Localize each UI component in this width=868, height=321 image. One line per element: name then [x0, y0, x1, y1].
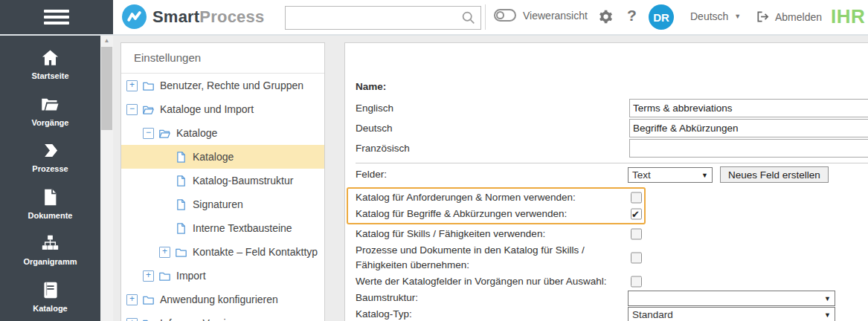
settings-tree: Benutzer, Rechte und Gruppen Kataloge un… — [121, 74, 324, 321]
search-input[interactable] — [286, 9, 461, 27]
help-button[interactable]: ? — [627, 7, 637, 25]
tree-expander-icon[interactable] — [143, 128, 154, 139]
tree-item-label: Interne Textbausteine — [193, 222, 292, 234]
menu-toggle-button[interactable] — [0, 0, 113, 34]
tree-item-label: Kataloge — [193, 151, 234, 163]
logout-button[interactable]: Abmelden — [756, 10, 822, 24]
option-row: Prozesse und Dokumente in den Katalog fü… — [356, 242, 868, 273]
felder-row: Felder: Text ▼ Neues Feld erstellen — [356, 167, 868, 185]
tree-item[interactable]: Katalog-Baumstruktur — [121, 169, 324, 192]
sidebar-item-label: Dokumente — [28, 211, 73, 220]
option-rows: Katalog für Skills / Fähigkeiten verwend… — [356, 226, 868, 290]
scrollbar-thumb[interactable] — [101, 47, 112, 130]
name-field-input[interactable] — [629, 119, 868, 137]
partner-logo-text: IHR — [831, 5, 865, 28]
sidebar-item-label: Vorgänge — [32, 118, 69, 127]
section-divider — [356, 163, 868, 163]
sidebar-item[interactable]: Vorgänge — [0, 88, 100, 134]
katalog-typ-value: Standard — [632, 309, 673, 320]
tree-item[interactable]: Anwendung konfigurieren — [121, 288, 324, 311]
sidebar-item-label: Startseite — [31, 71, 68, 80]
sidebar-item-icon — [40, 233, 60, 253]
tree-item[interactable]: Interne Textbausteine — [121, 216, 324, 240]
select-caret-icon: ▼ — [824, 311, 831, 319]
tree-item[interactable]: Kataloge — [121, 145, 324, 169]
tree-item-label: Katalog-Baumstruktur — [193, 175, 293, 187]
tree-item[interactable]: Infos zur Version — [121, 311, 324, 321]
brand-wave-icon — [122, 4, 147, 29]
name-section-label: Name: — [356, 81, 868, 98]
tree-item-icon — [175, 246, 187, 259]
logout-label: Abmelden — [775, 11, 822, 23]
tree-item[interactable]: Benutzer, Rechte und Gruppen — [121, 74, 324, 97]
content-scrollbar[interactable]: ▲ — [100, 34, 113, 321]
hamburger-icon — [44, 10, 69, 25]
tree-item-icon — [175, 222, 187, 235]
settings-gear-icon[interactable] — [597, 9, 613, 25]
user-avatar[interactable]: DR — [649, 4, 674, 30]
tree-expander-icon[interactable] — [143, 270, 154, 282]
option-checkbox[interactable] — [631, 276, 642, 288]
tree-item-icon — [158, 127, 171, 140]
sidebar-item-icon — [40, 187, 60, 207]
felder-label: Felder: — [356, 167, 387, 182]
new-field-button[interactable]: Neues Feld erstellen — [720, 166, 829, 183]
tree-item[interactable]: Kontakte – Feld Kontakttyp — [121, 240, 324, 264]
sidebar-item[interactable]: Startseite — [0, 41, 100, 88]
name-field-row: Englisch — [356, 98, 868, 118]
select-caret-icon: ▼ — [701, 172, 708, 179]
tree-item[interactable]: Import — [121, 264, 324, 288]
settings-tree-panel: Einstellungen Benutzer, Rechte und Grupp… — [120, 42, 325, 321]
baumstruktur-label: Baumstruktur: — [356, 291, 418, 305]
sidebar-item-label: Organigramm — [23, 257, 77, 266]
felder-type-select[interactable]: Text ▼ — [628, 167, 713, 183]
option-label: Katalog für Skills / Fähigkeiten verwend… — [356, 227, 629, 241]
tree-item-icon — [142, 103, 155, 116]
tree-item[interactable]: Signaturen — [121, 192, 324, 216]
app-logo[interactable]: SmartProcess — [122, 4, 264, 29]
tree-item-label: Kontakte – Feld Kontakttyp — [193, 246, 318, 258]
tree-item-icon — [142, 317, 155, 321]
scroll-up-arrow-icon[interactable]: ▲ — [100, 34, 113, 46]
name-field-row: Deutsch — [356, 118, 868, 138]
top-bar: SmartProcess Vieweransicht ? DR Deutsch … — [0, 0, 868, 36]
sidebar-item-icon — [40, 140, 60, 160]
tree-item-label: Kataloge — [176, 127, 217, 139]
option-checkbox[interactable] — [631, 253, 642, 264]
select-caret-icon: ▼ — [824, 295, 831, 302]
baumstruktur-row: Baumstruktur: ▼ — [356, 291, 868, 306]
sidebar-item[interactable]: Organigramm — [0, 227, 100, 273]
tree-expander-icon[interactable] — [126, 104, 138, 115]
language-dropdown[interactable]: Deutsch ▼ — [690, 10, 741, 22]
name-field-row: Französisch — [356, 138, 868, 158]
tree-item[interactable]: Kataloge und Import — [121, 97, 324, 121]
tree-item-label: Signaturen — [193, 198, 243, 210]
tree-item[interactable]: Kataloge — [121, 121, 324, 145]
tree-expander-icon[interactable] — [126, 318, 138, 321]
tree-expander-icon[interactable] — [159, 247, 170, 258]
sidebar-item[interactable]: Dokumente — [0, 181, 100, 227]
option-checkbox[interactable] — [631, 229, 642, 240]
brand-name: SmartProcess — [152, 7, 264, 27]
option-label: Werte der Katalogfelder in Vorgängen nur… — [356, 274, 629, 289]
tree-expander-icon[interactable] — [126, 294, 138, 305]
tree-item-label: Import — [176, 270, 206, 282]
baumstruktur-select[interactable]: ▼ — [628, 291, 835, 306]
tree-item-icon — [142, 294, 155, 306]
option-checkbox[interactable] — [631, 209, 642, 220]
name-field-label: Englisch — [356, 101, 629, 116]
search-icon[interactable] — [461, 10, 476, 25]
viewer-mode-toggle[interactable]: Vieweransicht — [494, 9, 588, 22]
tree-item-label: Anwendung konfigurieren — [160, 294, 278, 305]
sidebar-item[interactable]: Kataloge — [0, 273, 100, 320]
option-row: Katalog für Skills / Fähigkeiten verwend… — [356, 226, 868, 242]
tree-item-icon — [175, 198, 187, 211]
katalog-typ-select[interactable]: Standard ▼ — [628, 307, 835, 321]
name-field-input[interactable] — [629, 139, 868, 158]
option-checkbox[interactable] — [631, 192, 642, 204]
tree-expander-icon[interactable] — [126, 80, 138, 91]
sidebar-item[interactable]: Prozesse — [0, 134, 100, 181]
tree-item-icon — [142, 80, 155, 92]
name-field-input[interactable] — [629, 99, 868, 117]
tree-item-label: Benutzer, Rechte und Gruppen — [160, 80, 303, 91]
